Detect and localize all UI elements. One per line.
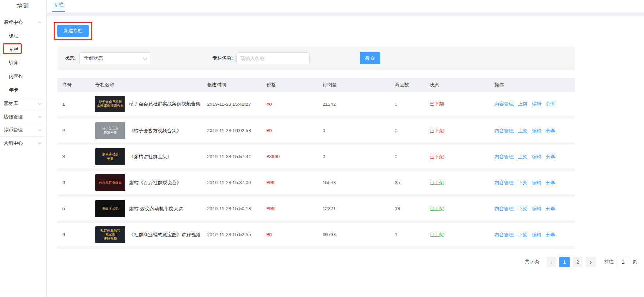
action-share[interactable]: 分享 bbox=[546, 206, 555, 211]
actions-cell: 内容管理上架编辑分享 bbox=[489, 118, 575, 144]
subscription-count: 36798 bbox=[317, 222, 390, 248]
subscription-count: 0 bbox=[317, 144, 390, 170]
status-badge: 已上架 bbox=[430, 232, 444, 237]
action-content-manage[interactable]: 内容管理 bbox=[494, 232, 514, 237]
search-button[interactable]: 搜索 bbox=[360, 52, 380, 64]
action-shelf-toggle[interactable]: 下架 bbox=[518, 206, 527, 211]
col-header-actions: 操作 bbox=[489, 78, 575, 92]
action-edit[interactable]: 编辑 bbox=[532, 206, 541, 211]
action-shelf-toggle[interactable]: 上架 bbox=[518, 154, 527, 159]
sidebar-group-course-center[interactable]: 课程中心 bbox=[0, 16, 46, 29]
pagination-next-button[interactable]: › bbox=[586, 257, 596, 267]
page-button-2[interactable]: 2 bbox=[573, 257, 583, 267]
subscription-count: 15548 bbox=[317, 170, 390, 196]
pagination-prev-button[interactable]: ‹ bbox=[546, 257, 556, 267]
app-root: 培训 课程中心 课程 专栏 讲师 内容包 bbox=[0, 0, 644, 297]
column-name-cell: 廖桔讲社群全集《廖桔讲社群全集》 bbox=[90, 144, 202, 170]
table-row: 5裂变永动机廖桔-裂变永动机年度大课2019-11-23 15:50:18¥99… bbox=[57, 196, 575, 222]
thumb-text: 讲解视频 bbox=[104, 237, 117, 241]
status-cell: 已上架 bbox=[424, 170, 489, 196]
goto-page-input[interactable] bbox=[616, 257, 630, 267]
table-row: 1桔子会会员社群实战案例视频合集桔子会会员社群实战案例视频合集2019-11-2… bbox=[57, 92, 575, 118]
action-edit[interactable]: 编辑 bbox=[532, 154, 541, 159]
sidebar-item-content-packages[interactable]: 内容包 bbox=[0, 70, 46, 83]
col-header-index: 序号 bbox=[57, 78, 90, 92]
column-title: 《社群商业模式藏宝图》讲解视频 bbox=[129, 231, 200, 238]
action-edit[interactable]: 编辑 bbox=[532, 180, 541, 185]
sidebar-item-lecturers[interactable]: 讲师 bbox=[0, 56, 46, 70]
column-name-cell: 百万社群裂变营廖桔《百万社群裂变营》 bbox=[90, 170, 202, 196]
sidebar-title: 培训 bbox=[0, 0, 46, 12]
row-index: 2 bbox=[57, 118, 90, 144]
action-share[interactable]: 分享 bbox=[546, 128, 555, 133]
goto-suffix: 页 bbox=[633, 259, 637, 265]
actions-cell: 内容管理下架编辑分享 bbox=[489, 196, 575, 222]
action-content-manage[interactable]: 内容管理 bbox=[494, 128, 514, 133]
content: 新建专栏 状态: 全部状态 专栏名称: 搜索 bbox=[47, 16, 644, 267]
status-select[interactable]: 全部状态 bbox=[79, 52, 151, 64]
col-header-price: 价格 bbox=[261, 78, 317, 92]
action-edit[interactable]: 编辑 bbox=[532, 101, 541, 107]
action-edit[interactable]: 编辑 bbox=[532, 232, 541, 237]
product-count: 35 bbox=[390, 170, 424, 196]
column-thumbnail: 廖桔讲社群全集 bbox=[95, 148, 125, 165]
thumb-text: 裂变永动机 bbox=[102, 207, 119, 211]
board: 状态: 全部状态 专栏名称: 搜索 bbox=[57, 47, 575, 249]
tab-columns[interactable]: 专栏 bbox=[52, 1, 65, 12]
thumb-text: 藏宝图 bbox=[106, 233, 115, 237]
column-thumbnail: 桔子会官方视频合集 bbox=[95, 122, 125, 139]
column-name-input[interactable] bbox=[236, 52, 310, 64]
chevron-down-icon bbox=[38, 128, 42, 131]
sidebar-item-columns[interactable]: 专栏 bbox=[0, 42, 46, 56]
sidebar-group-shop-management[interactable]: 店铺管理 bbox=[0, 110, 46, 123]
action-content-manage[interactable]: 内容管理 bbox=[494, 154, 514, 159]
chevron-down-icon bbox=[38, 101, 42, 105]
sidebar-item-courses[interactable]: 课程 bbox=[0, 29, 46, 42]
table-body: 1桔子会会员社群实战案例视频合集桔子会会员社群实战案例视频合集2019-11-2… bbox=[57, 92, 575, 248]
row-index: 1 bbox=[57, 92, 90, 118]
action-shelf-toggle[interactable]: 下架 bbox=[518, 232, 527, 237]
new-column-button[interactable]: 新建专栏 bbox=[57, 25, 89, 37]
column-thumbnail: 裂变永动机 bbox=[95, 200, 125, 217]
action-share[interactable]: 分享 bbox=[546, 232, 555, 237]
product-count: 0 bbox=[390, 118, 424, 144]
column-thumbnail: 桔子会会员社群实战案例视频合集 bbox=[95, 96, 125, 112]
filter-bar: 状态: 全部状态 专栏名称: 搜索 bbox=[57, 47, 575, 70]
action-shelf-toggle[interactable]: 下架 bbox=[518, 180, 527, 185]
thumb-text: 视频合集 bbox=[104, 131, 117, 135]
col-header-created: 创建时间 bbox=[202, 78, 261, 92]
status-badge: 已上架 bbox=[430, 180, 444, 185]
status-cell: 已下架 bbox=[424, 92, 489, 118]
sidebar-group-material-library[interactable]: 素材库 bbox=[0, 97, 46, 110]
sidebar-item-label: 内容包 bbox=[9, 74, 23, 79]
action-content-manage[interactable]: 内容管理 bbox=[494, 101, 514, 107]
product-count: 0 bbox=[390, 144, 424, 170]
table-header: 序号 专栏名称 创建时间 价格 订阅量 商品数 状态 操作 bbox=[57, 78, 575, 92]
price: ¥0 bbox=[261, 92, 317, 118]
price: ¥0 bbox=[261, 118, 317, 144]
sidebar-group-marketing-center[interactable]: 营销中心 bbox=[0, 136, 46, 149]
sidebar-item-annual-card[interactable]: 年卡 bbox=[0, 83, 46, 97]
divider-strip bbox=[47, 12, 644, 16]
search-button-wrap: 搜索 bbox=[360, 52, 380, 64]
created-time: 2019-11-23 15:50:18 bbox=[202, 196, 261, 222]
created-time: 2019-11-23 15:52:55 bbox=[202, 222, 261, 248]
sidebar-group-coin-management[interactable]: 拟币管理 bbox=[0, 123, 46, 136]
main-area: 专栏 新建专栏 状态: 全部状态 专栏名称: 搜 bbox=[47, 0, 644, 297]
action-content-manage[interactable]: 内容管理 bbox=[494, 206, 514, 211]
action-content-manage[interactable]: 内容管理 bbox=[494, 180, 514, 185]
column-name-cell: 社群商业模式藏宝图讲解视频《社群商业模式藏宝图》讲解视频 bbox=[90, 222, 202, 248]
action-share[interactable]: 分享 bbox=[546, 180, 555, 185]
status-select-value: 全部状态 bbox=[84, 55, 103, 62]
thumb-text: 百万社群裂变营 bbox=[99, 181, 122, 185]
status-badge: 已上架 bbox=[430, 206, 444, 211]
action-share[interactable]: 分享 bbox=[546, 154, 555, 159]
action-shelf-toggle[interactable]: 上架 bbox=[518, 128, 527, 133]
action-edit[interactable]: 编辑 bbox=[532, 128, 541, 133]
status-cell: 已上架 bbox=[424, 222, 489, 248]
action-share[interactable]: 分享 bbox=[546, 101, 555, 107]
pagination-total: 共 7 条 bbox=[525, 259, 540, 265]
page-button-1[interactable]: 1 bbox=[559, 257, 570, 267]
status-badge: 已下架 bbox=[430, 154, 444, 159]
action-shelf-toggle[interactable]: 上架 bbox=[518, 101, 527, 107]
